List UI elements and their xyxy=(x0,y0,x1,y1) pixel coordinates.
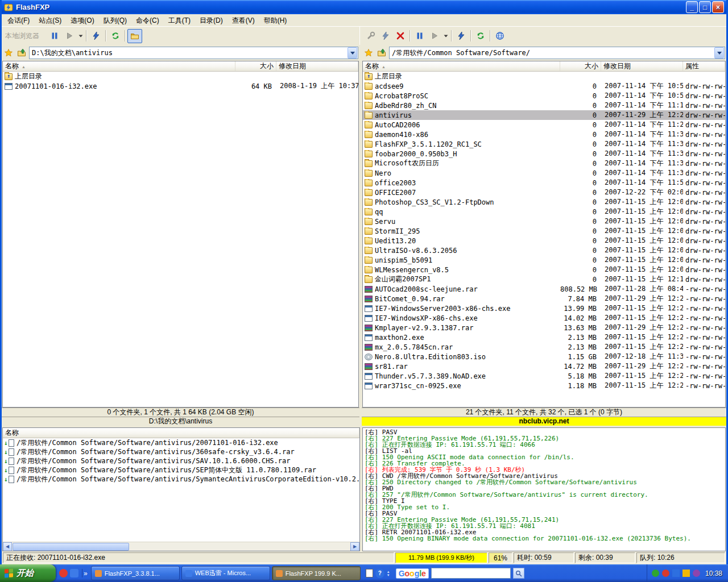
queue-item[interactable]: /常用软件/Common Software/Software/antivirus… xyxy=(3,475,359,484)
menu-item[interactable]: 站点(S) xyxy=(34,14,66,27)
remote-disconnect-button[interactable] xyxy=(393,29,408,43)
column-header-date[interactable]: 修改日期 xyxy=(276,61,358,71)
scroll-left-button[interactable] xyxy=(3,542,12,551)
remote-abort-button[interactable] xyxy=(454,29,469,43)
file-row[interactable]: Microsoft农历日历 0 2007-11-14 下午 11:32 drw-… xyxy=(363,159,725,168)
file-row[interactable]: Servu 0 2007-11-15 上午 12:03 drw-rw-rw- xyxy=(363,217,725,226)
menu-item[interactable]: 队列(Q) xyxy=(99,14,131,27)
remote-connect-button[interactable] xyxy=(363,29,378,43)
file-row[interactable]: Nero 0 2007-11-14 下午 11:33 drw-rw-rw- xyxy=(363,168,725,178)
queue-item[interactable]: /常用软件/Common Software/Software/antivirus… xyxy=(3,456,359,465)
menu-item[interactable]: 查看(V) xyxy=(228,14,259,27)
file-row[interactable]: foobar2000_0.950b3_H 0 2007-11-14 下午 11:… xyxy=(363,149,725,159)
tray-icon[interactable] xyxy=(682,569,690,577)
file-row[interactable]: Acrobat8ProSC 0 2007-11-14 下午 10:55 drw-… xyxy=(363,91,725,101)
column-header-name[interactable]: 名称 xyxy=(3,428,359,438)
taskbar-clock[interactable]: 10:38 xyxy=(705,569,722,577)
column-header-size[interactable]: 大小 xyxy=(235,61,276,71)
remote-web-button[interactable] xyxy=(493,29,507,43)
scrollbar-thumb[interactable] xyxy=(13,543,129,551)
remote-path-dropdown-button[interactable] xyxy=(714,47,724,59)
menu-item[interactable]: 工具(T) xyxy=(164,14,195,27)
file-row[interactable]: FlashFXP_3.5.1.1202_RC1_SC 0 2007-11-14 … xyxy=(363,139,725,149)
local-refresh-button[interactable] xyxy=(108,29,123,43)
file-row[interactable]: 上层目录 xyxy=(363,72,725,81)
queue-item[interactable]: /常用软件/Common Software/Software/antivirus… xyxy=(3,438,359,447)
file-row[interactable]: Photoshop_CS3_SC_V1.2-FtpDown 0 2007-11-… xyxy=(363,197,725,207)
file-row[interactable]: Thunder.v5.7.3.389.NoAD.exe 5.18 MB 2007… xyxy=(363,371,725,381)
file-row[interactable]: AUTOcad2008sc-leejune.rar 808.52 MB 2007… xyxy=(363,284,725,294)
file-row[interactable]: unispim5_b5091 0 2007-11-15 上午 12:07 drw… xyxy=(363,255,725,265)
file-row[interactable]: antivirus 0 2007-11-29 上午 12:25 drw-rw-r… xyxy=(363,110,725,120)
remote-path-combo[interactable]: /常用软件/Common Software/Software/ xyxy=(389,47,725,59)
quick-launch-overflow-chevron[interactable]: » xyxy=(82,569,89,577)
remote-pause-button[interactable] xyxy=(412,29,427,43)
file-row[interactable]: UltraISO-v8.6.3.2056 0 2007-11-15 上午 12:… xyxy=(363,246,725,255)
local-path-combo[interactable]: D:\我的文档\antivirus xyxy=(29,47,358,59)
notes-deskband-icon[interactable] xyxy=(366,569,373,577)
maximize-button[interactable]: □ xyxy=(699,1,711,13)
file-row[interactable]: qq 0 2007-11-15 上午 12:03 drw-rw-rw- xyxy=(363,207,725,217)
scroll-right-button[interactable] xyxy=(350,542,359,551)
menu-item[interactable]: 命令(C) xyxy=(131,14,164,27)
remote-up-directory-button[interactable] xyxy=(376,47,387,59)
remote-refresh-button[interactable] xyxy=(473,29,488,43)
queue-item[interactable]: /常用软件/Common Software/Software/antivirus… xyxy=(3,465,359,475)
local-abort-button[interactable] xyxy=(89,29,104,43)
menu-item[interactable]: 帮助(H) xyxy=(259,14,292,27)
file-row[interactable]: maxthon2.exe 2.13 MB 2007-11-15 上午 12:20… xyxy=(363,332,725,342)
file-row[interactable]: daemon410-x86 0 2007-11-14 下午 11:31 drw-… xyxy=(363,130,725,139)
file-row[interactable]: IE7-WindowsXP-x86-chs.exe 14.02 MB 2007-… xyxy=(363,313,725,323)
remote-favorites-button[interactable] xyxy=(363,47,374,59)
file-row[interactable]: AdbeRdr80_zh_CN 0 2007-11-14 下午 11:12 dr… xyxy=(363,101,725,110)
start-button[interactable]: 开始 xyxy=(0,564,56,582)
tray-icon[interactable] xyxy=(693,569,700,577)
help-deskband-icon[interactable]: ? xyxy=(375,569,384,578)
tray-icon[interactable] xyxy=(672,569,680,577)
file-row[interactable]: acdsee9 0 2007-11-14 下午 10:55 drw-rw-rw- xyxy=(363,81,725,91)
quick-launch-icon[interactable] xyxy=(59,569,68,577)
file-row[interactable]: mx_2.0.5.7845cn.rar 2.13 MB 2007-11-15 上… xyxy=(363,342,725,352)
file-row[interactable]: 上层目录 xyxy=(3,72,358,81)
remote-start-queue-button[interactable] xyxy=(427,29,442,43)
file-row[interactable]: IE7-WindowsServer2003-x86-chs.exe 13.99 … xyxy=(363,304,725,313)
tray-icon[interactable] xyxy=(652,569,659,577)
quick-launch-icon[interactable] xyxy=(70,569,78,577)
file-row[interactable]: sr81.rar 14.72 MB 2007-11-29 上午 12:28 -r… xyxy=(363,361,725,371)
file-row[interactable]: wrar371sc_cn-0925.exe 1.18 MB 2007-11-15… xyxy=(363,381,725,390)
google-search-input[interactable] xyxy=(431,568,511,579)
column-header-name[interactable]: 名称 xyxy=(363,61,560,71)
file-row[interactable]: Kmplayer-v2.9.3.1387.rar 13.63 MB 2007-1… xyxy=(363,323,725,332)
menu-item[interactable]: 目录(D) xyxy=(195,14,228,27)
column-header-size[interactable]: 大小 xyxy=(560,61,601,71)
local-browser-toggle-button[interactable] xyxy=(127,29,142,43)
tray-icon[interactable] xyxy=(662,569,669,577)
column-header-date[interactable]: 修改日期 xyxy=(601,61,683,71)
file-row[interactable]: Nero.8.Ultra.Edition803.iso 1.15 GB 2007… xyxy=(363,352,725,361)
task-button[interactable]: WEB迅雷 - Micros... xyxy=(181,566,270,580)
remote-queue-dropdown[interactable] xyxy=(442,29,449,43)
task-button[interactable]: FlashFXP 199.9 K... xyxy=(272,566,361,580)
file-row[interactable]: BitComet_0.94.rar 7.84 MB 2007-11-29 上午 … xyxy=(363,294,725,304)
file-row[interactable]: Uedit13.20 0 2007-11-15 上午 12:07 drw-rw-… xyxy=(363,236,725,246)
column-header-attr[interactable]: 属性 xyxy=(683,61,725,71)
file-row[interactable]: office2003 0 2007-11-14 下午 11:56 drw-rw-… xyxy=(363,178,725,188)
file-row[interactable]: 金山词霸2007SP1 0 2007-11-15 上午 12:19 drw-rw… xyxy=(363,275,725,284)
queue-item[interactable]: /常用软件/Common Software/Software/antivirus… xyxy=(3,447,359,456)
column-header-name[interactable]: 名称 xyxy=(3,61,235,71)
local-queue-dropdown[interactable] xyxy=(77,29,84,43)
local-start-queue-button[interactable] xyxy=(62,29,77,43)
local-pause-button[interactable] xyxy=(47,29,62,43)
queue-horizontal-scrollbar[interactable] xyxy=(3,542,359,551)
file-row[interactable]: AutoCAD2006 0 2007-11-14 下午 11:28 drw-rw… xyxy=(363,120,725,130)
file-row[interactable]: OFFICE2007 0 2007-12-22 下午 02:04 drw-rw-… xyxy=(363,188,725,197)
minimize-button[interactable]: _ xyxy=(686,1,698,13)
google-search-button[interactable] xyxy=(513,568,524,579)
local-path-dropdown-button[interactable] xyxy=(348,47,357,59)
task-button[interactable]: FlashFXP_3.3.8.1... xyxy=(91,566,180,580)
close-button[interactable]: × xyxy=(712,1,724,13)
file-row[interactable]: WLMessengercn_v8.5 0 2007-11-15 上午 12:08… xyxy=(363,265,725,275)
file-row[interactable]: StormII_295 0 2007-11-15 上午 12:06 drw-rw… xyxy=(363,226,725,236)
menu-item[interactable]: 会话(F) xyxy=(3,14,34,27)
menu-item[interactable]: 选项(O) xyxy=(66,14,98,27)
